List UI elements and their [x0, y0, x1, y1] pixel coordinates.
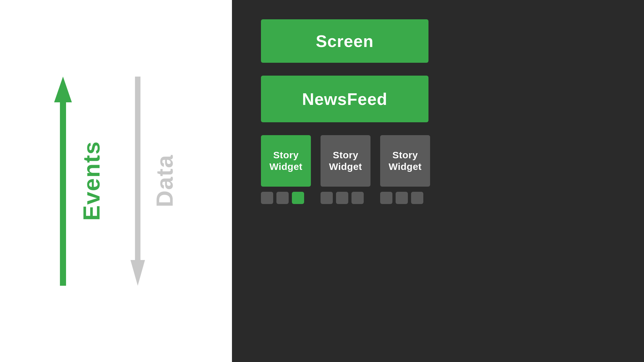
- data-arrow-wrapper: Data: [130, 77, 178, 286]
- screen-block: Screen: [261, 19, 428, 63]
- indicator-dot-2-1: [321, 192, 333, 204]
- story-widget-3: Story Widget: [380, 135, 430, 187]
- indicators-row-1: [261, 192, 304, 204]
- right-content: Screen NewsFeed Story Widget: [261, 19, 618, 204]
- events-arrow: [54, 77, 72, 286]
- right-panel: Screen NewsFeed Story Widget: [232, 0, 644, 362]
- events-arrow-wrapper: Events: [54, 77, 105, 286]
- indicator-dot-3-3: [411, 192, 423, 204]
- story-widget-1: Story Widget: [261, 135, 311, 187]
- newsfeed-label: NewsFeed: [302, 89, 387, 109]
- data-arrow: [130, 77, 145, 286]
- data-label: Data: [151, 154, 178, 207]
- indicator-dot-2-2: [336, 192, 348, 204]
- story-widget-2: Story Widget: [321, 135, 370, 187]
- indicator-dot-1-3: [292, 192, 304, 204]
- indicator-dot-1-2: [276, 192, 289, 204]
- svg-rect-2: [135, 77, 140, 263]
- events-label: Events: [78, 141, 105, 221]
- story-widget-2-label: Story Widget: [321, 149, 370, 172]
- arrows-container: Events Data: [54, 69, 178, 294]
- story-widget-3-label: Story Widget: [380, 149, 430, 172]
- story-widget-group-2: Story Widget: [321, 135, 370, 204]
- indicators-row-3: [380, 192, 423, 204]
- svg-rect-1: [60, 99, 66, 286]
- svg-marker-0: [54, 77, 72, 102]
- indicator-dot-1-1: [261, 192, 273, 204]
- newsfeed-block: NewsFeed: [261, 76, 428, 122]
- left-panel: Events Data: [0, 0, 232, 362]
- story-widget-1-label: Story Widget: [261, 149, 311, 172]
- indicator-dot-2-3: [351, 192, 364, 204]
- indicator-dot-3-2: [396, 192, 408, 204]
- story-widget-group-3: Story Widget: [380, 135, 430, 204]
- story-widgets-row: Story Widget Story Widget: [261, 135, 430, 204]
- screen-label: Screen: [316, 32, 373, 51]
- story-widget-group-1: Story Widget: [261, 135, 311, 204]
- svg-marker-3: [130, 260, 145, 286]
- indicators-row-2: [321, 192, 364, 204]
- indicator-dot-3-1: [380, 192, 392, 204]
